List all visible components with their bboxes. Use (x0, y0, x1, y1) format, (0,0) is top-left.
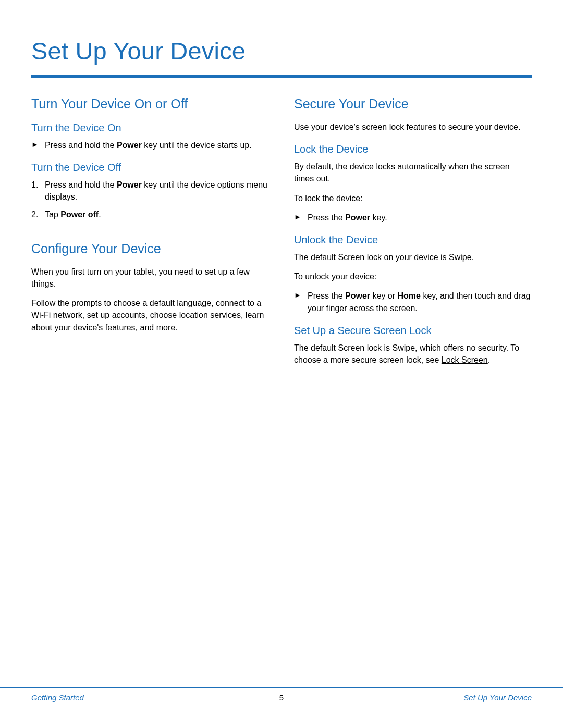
step-text: Press and hold the Power key until the d… (45, 179, 269, 203)
page-footer: Getting Started 5 Set Up Your Device (0, 687, 563, 707)
paragraph: By default, the device locks automatical… (294, 161, 532, 184)
arrow-icon: ► (294, 212, 308, 224)
text-fragment: key until the device starts up. (142, 141, 252, 150)
document-page: Set Up Your Device Turn Your Device On o… (0, 0, 563, 728)
bold-text: Power off (60, 210, 99, 219)
subsection-turn-off: Turn the Device Off (31, 162, 269, 174)
bold-text: Home (398, 291, 421, 300)
paragraph: To unlock your device: (294, 270, 532, 282)
bold-text: Power (345, 213, 370, 222)
list-item: 2. Tap Power off. (31, 208, 269, 220)
right-column: Secure Your Device Use your device's scr… (294, 96, 532, 373)
list-item: ► Press and hold the Power key until the… (31, 139, 269, 151)
paragraph: The default Screen lock is Swipe, which … (294, 342, 532, 366)
section-heading-secure: Secure Your Device (294, 96, 532, 112)
bold-text: Power (117, 141, 142, 150)
subsection-unlock: Unlock the Device (294, 234, 532, 246)
title-rule (31, 75, 532, 78)
subsection-turn-on: Turn the Device On (31, 122, 269, 134)
text-fragment: Press and hold the (45, 141, 117, 150)
text-fragment: key. (370, 213, 387, 222)
step-text: Press the Power key. (308, 212, 532, 224)
section-heading-turn-on-off: Turn Your Device On or Off (31, 96, 269, 112)
page-title: Set Up Your Device (31, 36, 532, 65)
bold-text: Power (345, 291, 370, 300)
paragraph: Follow the prompts to choose a default l… (31, 297, 269, 334)
two-column-layout: Turn Your Device On or Off Turn the Devi… (31, 96, 532, 373)
section-heading-configure: Configure Your Device (31, 241, 269, 256)
list-item: ► Press the Power key or Home key, and t… (294, 290, 532, 314)
footer-page-number: 5 (279, 693, 284, 702)
arrow-icon: ► (294, 290, 308, 314)
text-fragment: Tap (45, 210, 60, 219)
step-number: 2. (31, 208, 45, 220)
list-item: 1. Press and hold the Power key until th… (31, 179, 269, 203)
text-fragment: Press and hold the (45, 180, 117, 189)
arrow-icon: ► (31, 139, 45, 151)
steps-turn-on: ► Press and hold the Power key until the… (31, 139, 269, 151)
step-text: Press and hold the Power key until the d… (45, 139, 269, 151)
bold-text: Power (117, 180, 142, 189)
subsection-secure-lock: Set Up a Secure Screen Lock (294, 325, 532, 337)
steps-unlock: ► Press the Power key or Home key, and t… (294, 290, 532, 314)
list-item: ► Press the Power key. (294, 212, 532, 224)
text-fragment: . (488, 355, 490, 364)
step-text: Tap Power off. (45, 208, 269, 220)
left-column: Turn Your Device On or Off Turn the Devi… (31, 96, 269, 373)
text-fragment: . (99, 210, 101, 219)
steps-turn-off: 1. Press and hold the Power key until th… (31, 179, 269, 220)
subsection-lock: Lock the Device (294, 143, 532, 155)
footer-right: Set Up Your Device (463, 693, 532, 702)
steps-lock: ► Press the Power key. (294, 212, 532, 224)
text-fragment: Press the (308, 213, 345, 222)
paragraph: The default Screen lock on your device i… (294, 251, 532, 263)
paragraph: To lock the device: (294, 192, 532, 204)
footer-left: Getting Started (31, 693, 84, 702)
paragraph: When you first turn on your tablet, you … (31, 266, 269, 290)
text-fragment: Press the (308, 291, 345, 300)
lock-screen-link[interactable]: Lock Screen (442, 355, 488, 364)
step-text: Press the Power key or Home key, and the… (308, 290, 532, 314)
paragraph: Use your device's screen lock features t… (294, 121, 532, 133)
step-number: 1. (31, 179, 45, 203)
text-fragment: key or (370, 291, 397, 300)
